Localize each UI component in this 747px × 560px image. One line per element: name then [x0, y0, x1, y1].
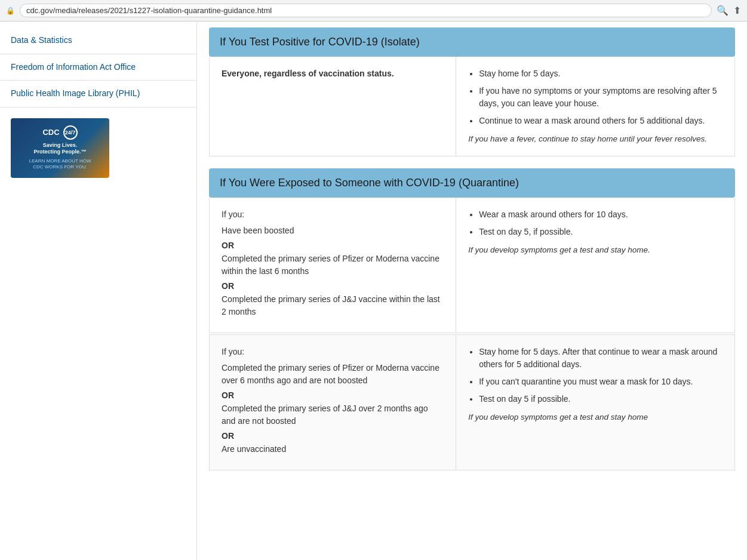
quarantine-box2-right: Stay home for 5 days. After that continu…: [456, 335, 734, 470]
cdc-clock: 24/7: [63, 125, 78, 140]
quarantine-title: If You Were Exposed to Someone with COVI…: [220, 177, 724, 189]
quarantine-box2-bullet-3: Test on day 5 if possible.: [479, 393, 723, 405]
cdc-badge: CDC 24/7 Saving Lives.Protecting People.…: [11, 118, 109, 178]
cdc-badge-container: CDC 24/7 Saving Lives.Protecting People.…: [0, 107, 196, 189]
quarantine-box1-left: If you: Have been boosted OR Completed t…: [210, 198, 456, 333]
cdc-sub-text: LEARN MORE ABOUT HOWCDC WORKS FOR YOU.: [29, 158, 91, 171]
quarantine-box1-or2: OR: [222, 281, 444, 291]
sidebar: Data & Statistics Freedom of Information…: [0, 21, 197, 560]
isolate-section: If You Test Positive for COVID-19 (Isola…: [209, 27, 735, 156]
quarantine-box1-right: Wear a mask around others for 10 days. T…: [456, 198, 734, 333]
quarantine-box2-or2: OR: [222, 431, 444, 441]
isolate-italic-note: If you have a fever, continue to stay ho…: [468, 133, 723, 145]
sidebar-link-phil[interactable]: Public Health Image Library (PHIL): [0, 81, 196, 107]
quarantine-box1-italic: If you develop symptoms get a test and s…: [468, 244, 723, 256]
page-container: Data & Statistics Freedom of Information…: [0, 21, 747, 560]
quarantine-box2-unvaccinated: Are unvaccinated: [222, 443, 444, 456]
quarantine-box1: If you: Have been boosted OR Completed t…: [209, 198, 735, 333]
quarantine-section: If You Were Exposed to Someone with COVI…: [209, 168, 735, 470]
quarantine-box2-bullet-2: If you can't quarantine you must wear a …: [479, 376, 723, 388]
quarantine-box1-bullets: Wear a mask around others for 10 days. T…: [479, 208, 723, 238]
main-content: If You Test Positive for COVID-19 (Isola…: [197, 21, 747, 560]
url-bar[interactable]: cdc.gov/media/releases/2021/s1227-isolat…: [20, 4, 712, 17]
lock-icon: 🔒: [6, 7, 15, 15]
quarantine-box2-italic: If you develop symptoms get a test and s…: [468, 411, 723, 423]
search-browser-icon[interactable]: 🔍: [717, 5, 728, 16]
browser-chrome: 🔒 cdc.gov/media/releases/2021/s1227-isol…: [0, 0, 747, 21]
share-icon[interactable]: ⬆: [733, 5, 741, 16]
isolate-bullet-3: Continue to wear a mask around others fo…: [479, 115, 723, 127]
quarantine-box1-or1: OR: [222, 241, 444, 250]
quarantine-box2-left: If you: Completed the primary series of …: [210, 335, 456, 470]
quarantine-box2-bullets: Stay home for 5 days. After that continu…: [479, 346, 723, 405]
quarantine-box2-pfizer-over: Completed the primary series of Pfizer o…: [222, 362, 444, 387]
cdc-tagline: Saving Lives.Protecting People.™: [33, 142, 86, 156]
quarantine-box1-bullet-2: Test on day 5, if possible.: [479, 226, 723, 238]
quarantine-box2: If you: Completed the primary series of …: [209, 334, 735, 470]
quarantine-box2-if-you: If you:: [222, 346, 444, 358]
isolate-right: Stay home for 5 days. If you have no sym…: [456, 57, 734, 156]
isolate-everyone-text: Everyone, regardless of vaccination stat…: [222, 67, 444, 80]
isolate-bullet-2: If you have no symptoms or your symptoms…: [479, 85, 723, 110]
cdc-logo-text: CDC: [42, 128, 59, 137]
quarantine-box2-bullet-1: Stay home for 5 days. After that continu…: [479, 346, 723, 371]
quarantine-header: If You Were Exposed to Someone with COVI…: [209, 168, 735, 198]
quarantine-box1-if-you: If you:: [222, 208, 444, 221]
quarantine-box1-boosted: Have been boosted: [222, 224, 444, 237]
quarantine-box2-jj-over: Completed the primary series of J&J over…: [222, 402, 444, 427]
sidebar-link-foia[interactable]: Freedom of Information Act Office: [0, 54, 196, 81]
quarantine-box1-bullet-1: Wear a mask around others for 10 days.: [479, 208, 723, 221]
isolate-content-box: Everyone, regardless of vaccination stat…: [209, 57, 735, 156]
quarantine-box2-or1: OR: [222, 390, 444, 400]
isolate-bullet-1: Stay home for 5 days.: [479, 67, 723, 80]
quarantine-box1-pfizer: Completed the primary series of Pfizer o…: [222, 253, 444, 278]
isolate-title: If You Test Positive for COVID-19 (Isola…: [220, 36, 724, 48]
sidebar-link-data-statistics[interactable]: Data & Statistics: [0, 27, 196, 54]
quarantine-box1-jj: Completed the primary series of J&J vacc…: [222, 293, 444, 318]
isolate-header: If You Test Positive for COVID-19 (Isola…: [209, 27, 735, 57]
isolate-left: Everyone, regardless of vaccination stat…: [210, 57, 456, 156]
isolate-bullets: Stay home for 5 days. If you have no sym…: [479, 67, 723, 127]
